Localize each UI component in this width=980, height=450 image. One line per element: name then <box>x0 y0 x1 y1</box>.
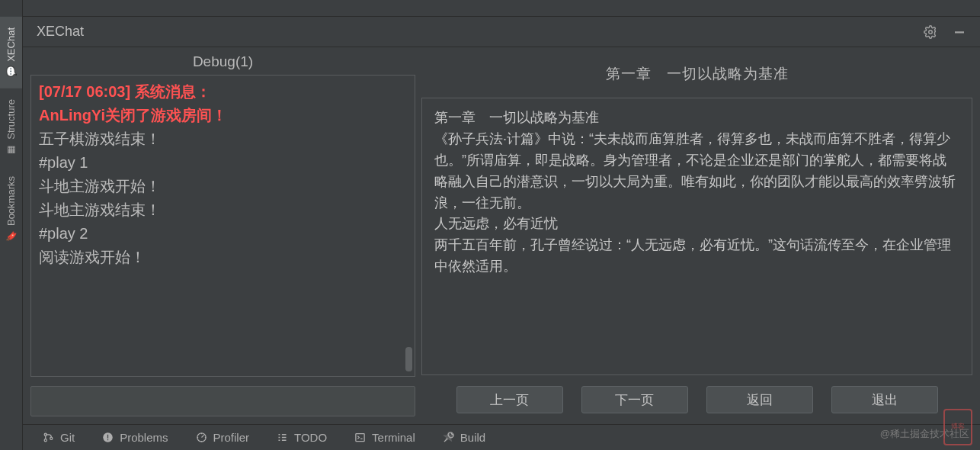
structure-icon: ▦ <box>6 144 17 155</box>
tool-window-header: XEChat <box>23 17 980 47</box>
gear-icon[interactable] <box>924 25 937 39</box>
prev-page-button[interactable]: 上一页 <box>456 386 563 413</box>
bottom-item-label: Problems <box>120 431 168 444</box>
svg-rect-6 <box>107 435 108 439</box>
chapter-title: 第一章 一切以战略为基准 <box>421 53 972 98</box>
chat-input[interactable] <box>30 386 415 416</box>
system-message: [07/17 06:03] 系统消息： <box>39 80 407 104</box>
svg-point-4 <box>50 437 53 439</box>
svg-rect-1 <box>955 31 964 33</box>
rail-item-label: Bookmarks <box>5 176 17 226</box>
chat-line: #play 1 <box>39 151 407 175</box>
chat-panel: Debug(1) [07/17 06:03] 系统消息： AnLingYi关闭了… <box>30 50 415 416</box>
bottom-item-terminal[interactable]: Terminal <box>341 431 429 444</box>
svg-rect-9 <box>356 434 364 442</box>
git-icon <box>43 432 54 443</box>
todo-icon <box>277 432 288 443</box>
exit-button[interactable]: 退出 <box>831 386 938 413</box>
reader-buttons: 上一页 下一页 返回 退出 <box>421 375 972 416</box>
build-icon <box>443 432 454 443</box>
profiler-icon <box>196 432 207 443</box>
minimize-icon[interactable] <box>953 25 966 39</box>
rail-item-structure[interactable]: ▦ Structure <box>0 88 22 166</box>
bottom-item-label: Build <box>460 431 485 444</box>
rail-item-bookmarks[interactable]: 🔖 Bookmarks <box>0 166 22 252</box>
stamp-icon: 博客 <box>943 409 972 445</box>
next-page-button[interactable]: 下一页 <box>581 386 688 413</box>
svg-point-0 <box>929 30 933 34</box>
bookmark-icon: 🔖 <box>5 230 17 241</box>
bottom-item-problems[interactable]: Problems <box>88 431 181 444</box>
bottom-item-build[interactable]: Build <box>429 431 499 444</box>
bottom-item-todo[interactable]: TODO <box>263 431 341 444</box>
chat-log[interactable]: [07/17 06:03] 系统消息： AnLingYi关闭了游戏房间！ 五子棋… <box>30 75 415 377</box>
scrollbar-thumb[interactable] <box>405 347 412 371</box>
back-button[interactable]: 返回 <box>706 386 813 413</box>
terminal-icon <box>354 432 366 443</box>
bottom-item-label: Git <box>60 431 75 444</box>
top-gutter <box>23 0 980 17</box>
chat-line: 五子棋游戏结束！ <box>39 127 407 151</box>
chat-icon: 💬 <box>5 66 17 77</box>
bottom-toolbar: Git Problems Profiler TODO <box>23 424 980 450</box>
svg-rect-7 <box>107 439 108 440</box>
rail-item-label: Structure <box>5 99 17 140</box>
bottom-item-label: Profiler <box>213 431 250 444</box>
chapter-text: 第一章 一切以战略为基准 《孙子兵法·计篇》中说：“夫未战而庙算胜者，得算多也，… <box>434 108 959 278</box>
left-rail: 💬 XEChat ▦ Structure 🔖 Bookmarks <box>0 0 23 450</box>
tool-window-title: XEChat <box>37 24 84 40</box>
rail-item-label: XEChat <box>5 27 17 62</box>
bottom-item-label: TODO <box>294 431 327 444</box>
bottom-item-label: Terminal <box>372 431 415 444</box>
chat-line: 斗地主游戏开始！ <box>39 175 407 198</box>
chapter-body[interactable]: 第一章 一切以战略为基准 《孙子兵法·计篇》中说：“夫未战而庙算胜者，得算多也，… <box>421 98 972 375</box>
bottom-item-profiler[interactable]: Profiler <box>182 431 264 444</box>
chat-line: #play 2 <box>39 222 407 246</box>
rail-item-xechat[interactable]: 💬 XEChat <box>0 17 22 88</box>
reader-panel: 第一章 一切以战略为基准 第一章 一切以战略为基准 《孙子兵法·计篇》中说：“夫… <box>421 50 972 416</box>
chat-line: 斗地主游戏结束！ <box>39 198 407 222</box>
chat-line: 阅读游戏开始！ <box>39 246 407 269</box>
system-message: AnLingYi关闭了游戏房间！ <box>39 104 407 127</box>
chat-room-title: Debug(1) <box>30 50 415 75</box>
content-area: Debug(1) [07/17 06:03] 系统消息： AnLingYi关闭了… <box>23 47 980 424</box>
svg-point-3 <box>44 439 46 442</box>
problems-icon <box>102 432 114 443</box>
main-panel: XEChat Debug(1) [07/17 06:03] 系统消息： AnLi… <box>23 0 980 450</box>
bottom-item-git[interactable]: Git <box>29 431 88 444</box>
